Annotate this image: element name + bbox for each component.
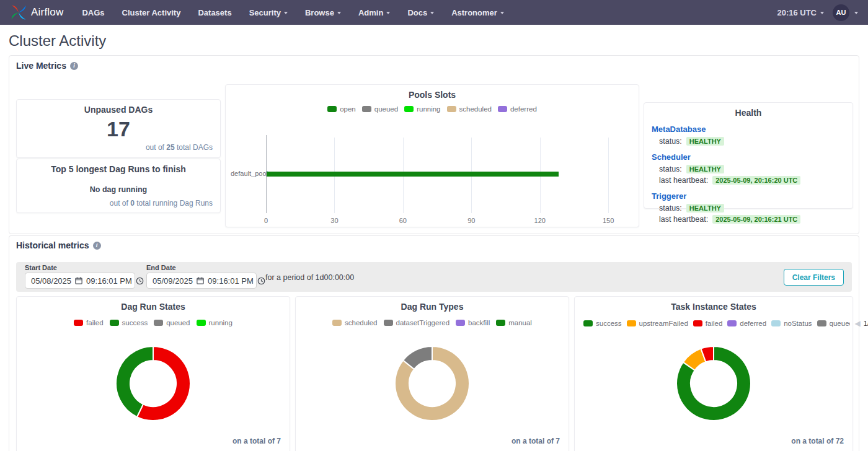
bar-default_pool-open[interactable] bbox=[267, 172, 559, 177]
clock-label: 20:16 UTC bbox=[777, 8, 817, 17]
chevron-down-icon bbox=[337, 12, 341, 14]
legend-item-queued[interactable]: queued bbox=[154, 319, 190, 326]
end-date-input[interactable]: 05/09/2025 09:16:01 PM bbox=[146, 273, 257, 289]
info-icon[interactable]: i bbox=[70, 62, 78, 70]
legend-swatch bbox=[154, 320, 163, 326]
live-metrics-section: Live Metrics i Unpaused DAGs 17 out of 2… bbox=[9, 55, 859, 234]
legend-item-success[interactable]: success bbox=[583, 320, 622, 327]
no-dag-running-message: No dag running bbox=[17, 185, 220, 194]
dag-run-types-card: Dag Run Types scheduleddatasetTriggeredb… bbox=[295, 296, 569, 451]
legend-label: running bbox=[417, 105, 440, 113]
clock-icon[interactable] bbox=[136, 277, 144, 285]
nav-item-security[interactable]: Security bbox=[249, 8, 288, 17]
health-status-row: status:HEALTHY bbox=[652, 165, 845, 173]
pools-plot bbox=[266, 138, 638, 213]
nav-item-cluster-activity[interactable]: Cluster Activity bbox=[122, 8, 181, 17]
health-heartbeat-row: last heartbeat:2025-05-09, 20:16:20 UTC bbox=[652, 176, 845, 185]
timezone-selector[interactable]: 20:16 UTC bbox=[777, 8, 824, 17]
health-heartbeat-row: last heartbeat:2025-05-09, 20:16:21 UTC bbox=[652, 215, 845, 224]
total-running-suffix: total running Dag Runs bbox=[136, 199, 213, 208]
nav-item-dags[interactable]: DAGs bbox=[82, 8, 104, 17]
total-value: 72 bbox=[836, 437, 844, 445]
donut-chart-dag_run_types bbox=[394, 345, 471, 422]
legend-item-deferred[interactable]: deferred bbox=[498, 105, 537, 113]
total-value: 7 bbox=[556, 437, 560, 445]
donut-chart-dag_run_states bbox=[115, 345, 192, 422]
airflow-brand[interactable]: Airflow bbox=[10, 4, 63, 21]
nav-item-admin[interactable]: Admin bbox=[358, 8, 390, 17]
legend-item-failed[interactable]: failed bbox=[74, 319, 104, 326]
legend-label: running bbox=[209, 319, 232, 326]
legend-item-scheduled[interactable]: scheduled bbox=[332, 319, 377, 326]
legend-item-datasettriggered[interactable]: datasetTriggered bbox=[384, 319, 450, 326]
legend-item-running[interactable]: running bbox=[404, 105, 440, 113]
pools-slots-title: Pools Slots bbox=[226, 90, 639, 100]
task-instance-states-donut bbox=[575, 345, 852, 422]
legend-label: queued bbox=[830, 320, 850, 327]
nav-item-label: Admin bbox=[358, 8, 383, 17]
health-link-metadatabase[interactable]: MetaDatabase bbox=[652, 125, 706, 134]
nav-item-docs[interactable]: Docs bbox=[407, 8, 434, 17]
health-card: Health MetaDatabasestatus:HEALTHYSchedul… bbox=[644, 102, 853, 209]
legend-item-failed[interactable]: failed bbox=[693, 320, 723, 327]
calendar-icon[interactable] bbox=[197, 277, 204, 284]
start-date-input[interactable]: 05/08/2025 09:16:01 PM bbox=[25, 273, 135, 289]
legend-label: datasetTriggered bbox=[396, 319, 450, 326]
legend-swatch bbox=[327, 106, 337, 112]
dag-run-types-legend: scheduleddatasetTriggeredbackfillmanual bbox=[296, 319, 569, 326]
dag-run-types-title: Dag Run Types bbox=[296, 302, 569, 312]
legend-label: noStatus bbox=[784, 320, 812, 327]
legend-item-running[interactable]: running bbox=[197, 319, 232, 326]
legend-swatch bbox=[627, 320, 636, 326]
historical-metrics-heading-label: Historical metrics bbox=[16, 240, 89, 250]
legend-swatch bbox=[583, 320, 593, 326]
legend-item-scheduled[interactable]: scheduled bbox=[447, 105, 492, 113]
legend-item-queued[interactable]: queued bbox=[817, 320, 850, 327]
legend-item-backfill[interactable]: backfill bbox=[456, 319, 490, 326]
legend-item-deferred[interactable]: deferred bbox=[727, 320, 766, 327]
legend-swatch bbox=[74, 320, 83, 326]
legend-label: queued bbox=[374, 105, 398, 113]
legend-label: success bbox=[596, 320, 622, 327]
health-link-scheduler[interactable]: Scheduler bbox=[652, 152, 691, 162]
brand-title: Airflow bbox=[31, 6, 63, 19]
legend-label: deferred bbox=[740, 320, 766, 327]
total-label: on a total of bbox=[512, 437, 554, 445]
heartbeat-badge: 2025-05-09, 20:16:20 UTC bbox=[712, 176, 800, 185]
x-tick-label: 150 bbox=[603, 217, 614, 224]
x-tick-label: 0 bbox=[264, 217, 268, 224]
nav-item-browse[interactable]: Browse bbox=[305, 8, 341, 17]
chevron-down-icon bbox=[500, 12, 504, 14]
total-dags-count: 25 bbox=[166, 143, 174, 152]
unpaused-dags-title: Unpaused DAGs bbox=[17, 105, 220, 115]
calendar-icon[interactable] bbox=[75, 277, 82, 284]
legend-item-upstreamfailed[interactable]: upstreamFailed bbox=[627, 320, 688, 327]
x-tick-label: 90 bbox=[467, 217, 475, 224]
x-tick-label: 120 bbox=[534, 217, 546, 224]
pools-ticks: 0306090120150 bbox=[266, 217, 638, 226]
out-of-label: out of bbox=[110, 199, 128, 208]
legend-item-nostatus[interactable]: noStatus bbox=[771, 320, 812, 327]
nav-item-label: Datasets bbox=[198, 8, 231, 17]
info-icon[interactable]: i bbox=[93, 242, 101, 250]
total-value: 7 bbox=[277, 437, 281, 445]
legend-item-open[interactable]: open bbox=[327, 105, 356, 113]
legend-prev-button[interactable]: ◀ bbox=[855, 319, 861, 328]
legend-item-success[interactable]: success bbox=[110, 319, 148, 326]
legend-item-manual[interactable]: manual bbox=[496, 319, 532, 326]
health-link-triggerer[interactable]: Triggerer bbox=[652, 191, 686, 201]
legend-item-queued[interactable]: queued bbox=[362, 105, 398, 113]
legend-swatch bbox=[110, 320, 119, 326]
start-date-group: Start Date 05/08/2025 09:16:01 PM bbox=[25, 264, 135, 289]
clock-icon[interactable] bbox=[257, 277, 265, 285]
user-menu[interactable]: AU bbox=[833, 4, 858, 21]
dag-run-states-legend: failedsuccessqueuedrunning bbox=[17, 319, 290, 326]
nav-item-astronomer[interactable]: Astronomer bbox=[451, 8, 504, 17]
dag-run-states-total: on a total of 7 bbox=[232, 437, 281, 445]
nav-item-label: Browse bbox=[305, 8, 334, 17]
dag-run-states-donut bbox=[17, 345, 290, 422]
nav-item-datasets[interactable]: Datasets bbox=[198, 8, 231, 17]
clear-filters-button[interactable]: Clear Filters bbox=[784, 269, 844, 286]
legend-label: upstreamFailed bbox=[639, 320, 688, 327]
legend-swatch bbox=[771, 320, 781, 326]
